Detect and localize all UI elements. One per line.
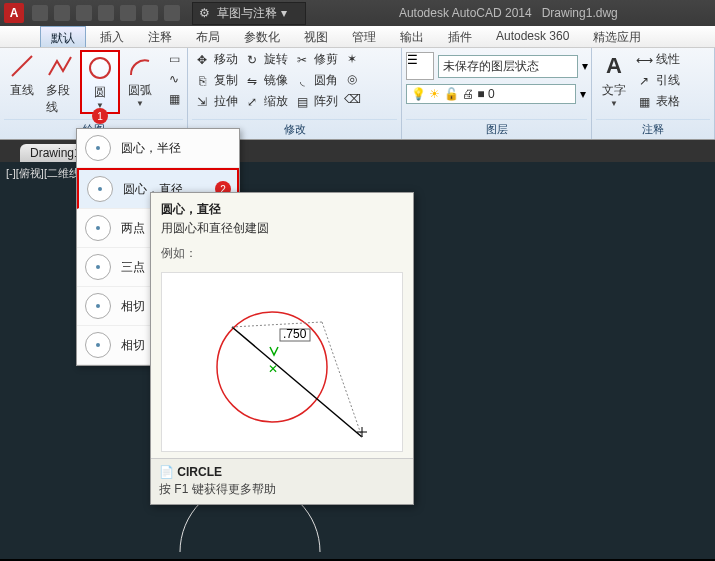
panel-modify: ✥移动 ⎘复制 ⇲拉伸 ↻旋转 ⇋镜像 ⤢缩放 ✂修剪 ◟圆角 ▤阵列 ✶ ◎ … (188, 48, 402, 139)
scale-icon: ⤢ (244, 94, 260, 110)
qat-redo-icon[interactable] (164, 5, 180, 21)
tab-insert[interactable]: 插入 (90, 26, 134, 47)
panel-draw: 直线 多段线 圆 ▼ 1 圆弧 ▼ ▭ ∿ ▦ 绘图 (0, 48, 188, 139)
copy-button[interactable]: ⎘复制 (192, 71, 240, 90)
line-icon (8, 52, 36, 80)
tooltip-illustration: .750 ✕ (161, 272, 403, 452)
qat-saveas-icon[interactable] (98, 5, 114, 21)
arc-label: 圆弧 (128, 82, 152, 99)
tooltip-desc: 用圆心和直径创建圆 (151, 220, 413, 241)
chevron-down-icon[interactable]: ▾ (580, 87, 586, 101)
copy-icon: ⎘ (194, 73, 210, 89)
trim-label: 修剪 (314, 51, 338, 68)
explode-icon: ✶ (344, 51, 360, 67)
tab-plugins[interactable]: 插件 (438, 26, 482, 47)
tooltip-example-label: 例如： (151, 241, 413, 266)
svg-line-3 (232, 327, 362, 437)
title-bar: A 草图与注释 ▾ Autodesk AutoCAD 2014 Drawing1… (0, 0, 715, 26)
app-logo[interactable]: A (4, 3, 24, 23)
rotate-icon: ↻ (244, 52, 260, 68)
text-button[interactable]: A 文字 ▼ (596, 50, 632, 110)
ribbon-tabs: 默认 插入 注释 布局 参数化 视图 管理 输出 插件 Autodesk 360… (0, 26, 715, 48)
circle-2p-icon (85, 215, 111, 241)
leader-button[interactable]: ↗引线 (634, 71, 682, 90)
file-name: Drawing1.dwg (542, 6, 618, 20)
rotate-button[interactable]: ↻旋转 (242, 50, 290, 69)
svg-line-0 (12, 56, 32, 76)
line-label: 直线 (10, 82, 34, 99)
circle-label: 圆 (94, 84, 106, 101)
dim-icon: ⟷ (636, 52, 652, 68)
tooltip-footer: 📄 CIRCLE 按 F1 键获得更多帮助 (151, 458, 413, 504)
chevron-down-icon[interactable]: ▼ (610, 99, 618, 108)
command-name: CIRCLE (177, 465, 222, 479)
tab-a360[interactable]: Autodesk 360 (486, 26, 579, 47)
mirror-icon: ⇋ (244, 73, 260, 89)
fillet-button[interactable]: ◟圆角 (292, 71, 340, 90)
tab-parametric[interactable]: 参数化 (234, 26, 290, 47)
mirror-button[interactable]: ⇋镜像 (242, 71, 290, 90)
scale-button[interactable]: ⤢缩放 (242, 92, 290, 111)
erase-icon: ⌫ (344, 91, 360, 107)
text-label: 文字 (602, 82, 626, 99)
array-button[interactable]: ▤阵列 (292, 92, 340, 111)
chevron-down-icon[interactable]: ▾ (582, 59, 588, 73)
spline-icon: ∿ (166, 71, 182, 87)
circle-3p-icon (85, 254, 111, 280)
qat-open-icon[interactable] (54, 5, 70, 21)
draw-misc-2[interactable]: ∿ (164, 70, 184, 88)
chevron-down-icon[interactable]: ▼ (136, 99, 144, 108)
qat-print-icon[interactable] (120, 5, 136, 21)
modify-misc-2[interactable]: ◎ (342, 70, 362, 88)
trim-button[interactable]: ✂修剪 (292, 50, 340, 69)
window-title: Autodesk AutoCAD 2014 Drawing1.dwg (306, 6, 711, 20)
panel-annot-label: 注释 (596, 119, 710, 139)
circle-center-radius-item[interactable]: 圆心，半径 (77, 129, 239, 168)
workspace-label: 草图与注释 (217, 6, 277, 20)
hatch-icon: ▦ (166, 91, 182, 107)
app-name: Autodesk AutoCAD 2014 (399, 6, 532, 20)
move-button[interactable]: ✥移动 (192, 50, 240, 69)
array-icon: ▤ (294, 94, 310, 110)
polyline-icon (46, 52, 74, 80)
offset-icon: ◎ (344, 71, 360, 87)
linear-label: 线性 (656, 51, 680, 68)
tab-featured[interactable]: 精选应用 (583, 26, 651, 47)
arc-button[interactable]: 圆弧 ▼ (122, 50, 158, 110)
tab-layout[interactable]: 布局 (186, 26, 230, 47)
doc-tab-label: Drawing1 (30, 146, 81, 160)
panel-layer-label: 图层 (406, 119, 587, 139)
rotate-label: 旋转 (264, 51, 288, 68)
fillet-icon: ◟ (294, 73, 310, 89)
stretch-button[interactable]: ⇲拉伸 (192, 92, 240, 111)
tab-default[interactable]: 默认 (40, 26, 86, 47)
polyline-button[interactable]: 多段线 (42, 50, 78, 118)
table-button[interactable]: ▦表格 (634, 92, 682, 111)
qat-save-icon[interactable] (76, 5, 92, 21)
linear-dim-button[interactable]: ⟷线性 (634, 50, 682, 69)
draw-misc-1[interactable]: ▭ (164, 50, 184, 68)
tab-view[interactable]: 视图 (294, 26, 338, 47)
layer-props-icon[interactable]: ☰ (406, 52, 434, 80)
svg-text:✕: ✕ (268, 362, 278, 376)
modify-misc-3[interactable]: ⌫ (342, 90, 362, 108)
line-button[interactable]: 直线 (4, 50, 40, 101)
circle-radius-icon (85, 135, 111, 161)
array-label: 阵列 (314, 93, 338, 110)
arc-icon (126, 52, 154, 80)
qat-undo-icon[interactable] (142, 5, 158, 21)
layer-current-combo[interactable]: 💡 ☀ 🔓 🖨 ■ 0 (406, 84, 576, 104)
panel-layer: ☰ 未保存的图层状态 ▾ 💡 ☀ 🔓 🖨 ■ 0 ▾ 图层 (402, 48, 592, 139)
qat-new-icon[interactable] (32, 5, 48, 21)
modify-misc-1[interactable]: ✶ (342, 50, 362, 68)
tab-output[interactable]: 输出 (390, 26, 434, 47)
circle-split-button[interactable]: 圆 ▼ 1 (80, 50, 120, 114)
tab-manage[interactable]: 管理 (342, 26, 386, 47)
tab-annotate[interactable]: 注释 (138, 26, 182, 47)
layer-state-combo[interactable]: 未保存的图层状态 (438, 55, 578, 78)
table-icon: ▦ (636, 94, 652, 110)
draw-misc-3[interactable]: ▦ (164, 90, 184, 108)
dd-label: 三点 (121, 259, 145, 276)
workspace-selector[interactable]: 草图与注释 ▾ (192, 2, 306, 25)
polyline-label: 多段线 (46, 82, 74, 116)
